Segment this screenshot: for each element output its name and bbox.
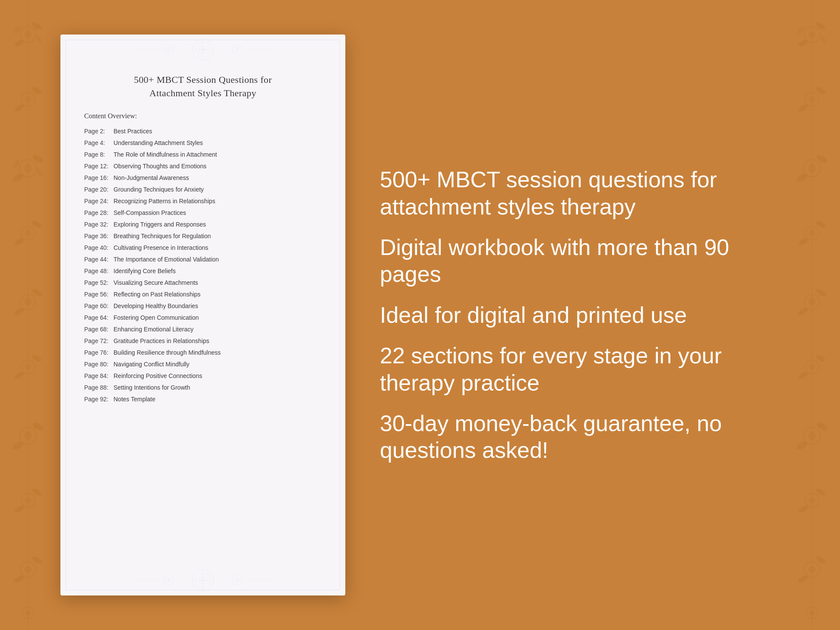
toc-title: Exploring Triggers and Responses xyxy=(114,221,206,228)
toc-page-number: Page 92: xyxy=(84,395,111,404)
table-of-contents-item: Page 64:Fostering Open Communication xyxy=(84,313,322,322)
svg-point-95 xyxy=(235,47,240,52)
toc-page-number: Page 52: xyxy=(84,278,111,287)
card-bottom-decoration xyxy=(60,565,345,595)
toc-title: Enhancing Emotional Literacy xyxy=(114,326,193,333)
toc-page-number: Page 8: xyxy=(84,150,111,159)
toc-title: Reflecting on Past Relationships xyxy=(114,291,201,298)
toc-title: Notes Template xyxy=(114,396,155,403)
toc-title: The Importance of Emotional Validation xyxy=(114,256,219,263)
table-of-contents-item: Page 44:The Importance of Emotional Vali… xyxy=(84,255,322,264)
toc-title: Developing Healthy Boundaries xyxy=(114,302,198,309)
toc-title: Self-Compassion Practices xyxy=(114,209,186,216)
toc-page-number: Page 56: xyxy=(84,290,111,299)
toc-title: Gratitude Practices in Relationships xyxy=(114,337,209,344)
toc-page-number: Page 68: xyxy=(84,325,111,334)
table-of-contents-item: Page 68:Enhancing Emotional Literacy xyxy=(84,325,322,334)
toc-page-number: Page 12: xyxy=(84,162,111,171)
toc-page-number: Page 4: xyxy=(84,139,111,148)
toc-title: The Role of Mindfulness in Attachment xyxy=(114,151,217,158)
toc-page-number: Page 32: xyxy=(84,220,111,229)
toc-page-number: Page 44: xyxy=(84,255,111,264)
toc-title: Recognizing Patterns in Relationships xyxy=(114,198,215,205)
table-of-contents-item: Page 4:Understanding Attachment Styles xyxy=(84,139,322,148)
toc-page-number: Page 64: xyxy=(84,313,111,322)
toc-page-number: Page 76: xyxy=(84,348,111,357)
toc-page-number: Page 72: xyxy=(84,337,111,346)
toc-title: Cultivating Presence in Interactions xyxy=(114,244,208,251)
toc-title: Fostering Open Communication xyxy=(114,314,199,321)
table-of-contents-item: Page 32:Exploring Triggers and Responses xyxy=(84,220,322,229)
toc-title: Navigating Conflict Mindfully xyxy=(114,361,189,368)
toc-title: Building Resilience through Mindfulness xyxy=(114,349,221,356)
workbook-title: 500+ MBCT Session Questions for Attachme… xyxy=(84,73,322,100)
svg-point-93 xyxy=(166,47,171,52)
toc-page-number: Page 48: xyxy=(84,267,111,276)
content-overview-label: Content Overview: xyxy=(84,112,322,120)
table-of-contents-item: Page 28:Self-Compassion Practices xyxy=(84,208,322,217)
table-of-contents-item: Page 12:Observing Thoughts and Emotions xyxy=(84,162,322,171)
svg-point-105 xyxy=(166,578,171,583)
feature-3: Ideal for digital and printed use xyxy=(380,302,780,328)
feature-4: 22 sections for every stage in your ther… xyxy=(380,342,780,396)
table-of-contents-item: Page 88:Setting Intentions for Growth xyxy=(84,383,322,392)
workbook-card: 500+ MBCT Session Questions for Attachme… xyxy=(60,35,345,595)
table-of-contents: Page 2:Best PracticesPage 4:Understandin… xyxy=(84,127,322,404)
toc-page-number: Page 28: xyxy=(84,208,111,217)
toc-title: Grounding Techniques for Anxiety xyxy=(114,186,204,193)
feature-5: 30-day money-back guarantee, no question… xyxy=(380,410,780,464)
table-of-contents-item: Page 52:Visualizing Secure Attachments xyxy=(84,278,322,287)
table-of-contents-item: Page 92:Notes Template xyxy=(84,395,322,404)
table-of-contents-item: Page 40:Cultivating Presence in Interact… xyxy=(84,243,322,252)
toc-page-number: Page 36: xyxy=(84,232,111,241)
toc-title: Observing Thoughts and Emotions xyxy=(114,163,206,170)
feature-1: 500+ MBCT session questions for attachme… xyxy=(380,166,780,220)
table-of-contents-item: Page 20:Grounding Techniques for Anxiety xyxy=(84,185,322,194)
features-panel: 500+ MBCT session questions for attachme… xyxy=(371,166,780,464)
svg-point-107 xyxy=(235,578,240,583)
table-of-contents-item: Page 80:Navigating Conflict Mindfully xyxy=(84,360,322,369)
table-of-contents-item: Page 56:Reflecting on Past Relationships xyxy=(84,290,322,299)
toc-page-number: Page 88: xyxy=(84,383,111,392)
toc-title: Reinforcing Positive Connections xyxy=(114,372,202,379)
toc-page-number: Page 84: xyxy=(84,372,111,381)
toc-page-number: Page 2: xyxy=(84,127,111,136)
toc-title: Non-Judgmental Awareness xyxy=(114,174,189,181)
toc-page-number: Page 20: xyxy=(84,185,111,194)
toc-page-number: Page 60: xyxy=(84,302,111,311)
toc-page-number: Page 80: xyxy=(84,360,111,369)
table-of-contents-item: Page 84:Reinforcing Positive Connections xyxy=(84,372,322,381)
main-content: 500+ MBCT Session Questions for Attachme… xyxy=(0,0,840,630)
table-of-contents-item: Page 72:Gratitude Practices in Relations… xyxy=(84,337,322,346)
table-of-contents-item: Page 24:Recognizing Patterns in Relation… xyxy=(84,197,322,206)
toc-page-number: Page 24: xyxy=(84,197,111,206)
toc-page-number: Page 40: xyxy=(84,243,111,252)
table-of-contents-item: Page 8:The Role of Mindfulness in Attach… xyxy=(84,150,322,159)
table-of-contents-item: Page 36:Breathing Techniques for Regulat… xyxy=(84,232,322,241)
table-of-contents-item: Page 16:Non-Judgmental Awareness xyxy=(84,173,322,183)
card-top-decoration xyxy=(60,35,345,65)
table-of-contents-item: Page 60:Developing Healthy Boundaries xyxy=(84,302,322,311)
toc-title: Visualizing Secure Attachments xyxy=(114,279,198,286)
table-of-contents-item: Page 2:Best Practices xyxy=(84,127,322,136)
toc-title: Best Practices xyxy=(114,128,152,135)
toc-title: Breathing Techniques for Regulation xyxy=(114,233,211,239)
toc-title: Setting Intentions for Growth xyxy=(114,384,190,391)
feature-2: Digital workbook with more than 90 pages xyxy=(380,234,780,288)
table-of-contents-item: Page 76:Building Resilience through Mind… xyxy=(84,348,322,357)
toc-page-number: Page 16: xyxy=(84,173,111,183)
toc-title: Identifying Core Beliefs xyxy=(114,268,176,274)
table-of-contents-item: Page 48:Identifying Core Beliefs xyxy=(84,267,322,276)
toc-title: Understanding Attachment Styles xyxy=(114,139,203,146)
